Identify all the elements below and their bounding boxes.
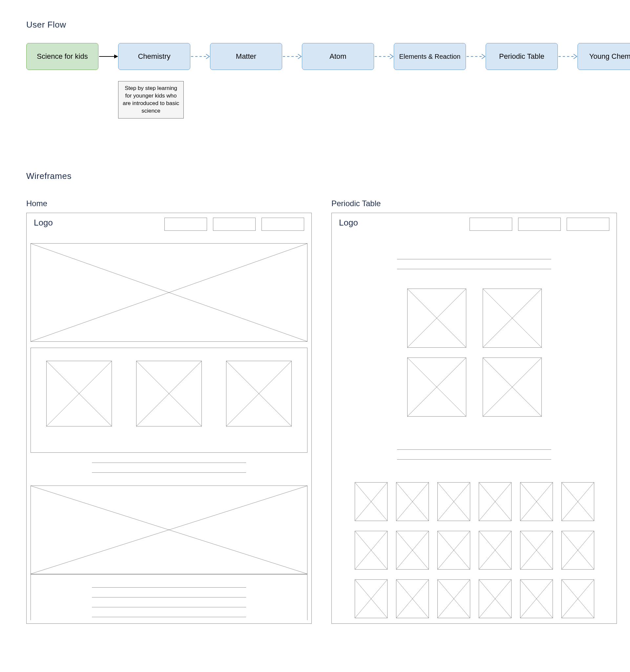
periodic-nav-item[interactable]	[470, 218, 512, 231]
text-line-placeholder	[92, 607, 246, 607]
home-nav-item[interactable]	[261, 218, 304, 231]
flow-node-elements-reaction[interactable]: Elements & Reaction	[394, 43, 466, 70]
periodic-nav-item[interactable]	[567, 218, 609, 231]
home-logo[interactable]: Logo	[34, 218, 53, 228]
periodic-element-cell[interactable]	[396, 531, 429, 570]
flow-node-start[interactable]: Science for kids	[26, 43, 98, 70]
periodic-element-cell[interactable]	[396, 579, 429, 618]
periodic-nav-item[interactable]	[518, 218, 561, 231]
wireframe-periodic-col: Periodic Table Logo	[331, 194, 617, 624]
user-flow-heading: User Flow	[26, 20, 604, 30]
wireframe-home-frame: Logo	[26, 213, 312, 624]
periodic-element-cell[interactable]	[561, 482, 594, 521]
periodic-logo[interactable]: Logo	[339, 218, 358, 228]
arrow-dashed-icon	[558, 53, 578, 60]
arrow-dashed-icon	[466, 53, 486, 60]
flow-node-chemistry[interactable]: Chemistry	[118, 43, 190, 70]
flow-annotation-note: Step by step learning for younger kids w…	[118, 81, 184, 119]
periodic-element-cell[interactable]	[437, 531, 470, 570]
periodic-element-cell[interactable]	[479, 579, 511, 618]
periodic-element-cell[interactable]	[437, 579, 470, 618]
arrow-dashed-icon	[190, 53, 210, 60]
wireframe-periodic-frame: Logo	[331, 213, 617, 624]
user-flow-section: User Flow Science for kids Chemistry Mat…	[26, 20, 604, 119]
periodic-feature-card[interactable]	[407, 289, 466, 347]
text-line-placeholder	[92, 617, 246, 617]
wireframe-periodic-title: Periodic Table	[331, 199, 617, 208]
home-card-placeholder[interactable]	[226, 361, 292, 427]
wireframes-row: Home Logo	[26, 194, 604, 624]
svg-marker-1	[114, 54, 118, 58]
text-line-placeholder	[92, 587, 246, 587]
flow-node-matter[interactable]: Matter	[210, 43, 282, 70]
home-wide-image-placeholder	[30, 485, 307, 574]
periodic-element-cell[interactable]	[479, 531, 511, 570]
wireframes-heading: Wireframes	[26, 171, 604, 181]
wireframe-home-col: Home Logo	[26, 194, 312, 624]
periodic-element-cell[interactable]	[355, 482, 387, 521]
periodic-element-cell[interactable]	[520, 482, 553, 521]
periodic-element-cell[interactable]	[520, 579, 553, 618]
periodic-feature-card[interactable]	[483, 289, 542, 347]
periodic-element-cell[interactable]	[561, 579, 594, 618]
arrow-dashed-icon	[282, 53, 302, 60]
text-line-placeholder	[92, 462, 246, 463]
arrow-dashed-icon	[374, 53, 394, 60]
flow-node-atom[interactable]: Atom	[302, 43, 374, 70]
flow-node-periodic-table[interactable]: Periodic Table	[486, 43, 558, 70]
periodic-element-cell[interactable]	[355, 531, 387, 570]
home-hero-image-placeholder	[30, 243, 307, 342]
text-line-placeholder	[397, 459, 551, 460]
text-line-placeholder	[92, 597, 246, 598]
user-flow-row: Science for kids Chemistry Matter Atom E…	[26, 43, 604, 70]
periodic-element-cell[interactable]	[520, 531, 553, 570]
periodic-element-cell[interactable]	[437, 482, 470, 521]
flow-node-young-chemist[interactable]: Young Chemist	[578, 43, 630, 70]
arrow-solid-icon	[98, 53, 118, 60]
periodic-element-cell[interactable]	[561, 531, 594, 570]
wireframe-home-title: Home	[26, 199, 312, 208]
text-line-placeholder	[397, 450, 551, 450]
home-card-placeholder[interactable]	[136, 361, 202, 427]
periodic-element-cell[interactable]	[479, 482, 511, 521]
periodic-header: Logo	[332, 213, 616, 236]
periodic-feature-card[interactable]	[407, 358, 466, 416]
text-line-placeholder	[397, 259, 551, 259]
home-nav-item[interactable]	[165, 218, 207, 231]
text-line-placeholder	[397, 269, 551, 269]
periodic-element-cell[interactable]	[355, 579, 387, 618]
home-card-placeholder[interactable]	[46, 361, 112, 427]
periodic-element-cell[interactable]	[396, 482, 429, 521]
periodic-feature-card[interactable]	[483, 358, 542, 416]
home-nav-item[interactable]	[213, 218, 256, 231]
home-header: Logo	[27, 213, 311, 236]
